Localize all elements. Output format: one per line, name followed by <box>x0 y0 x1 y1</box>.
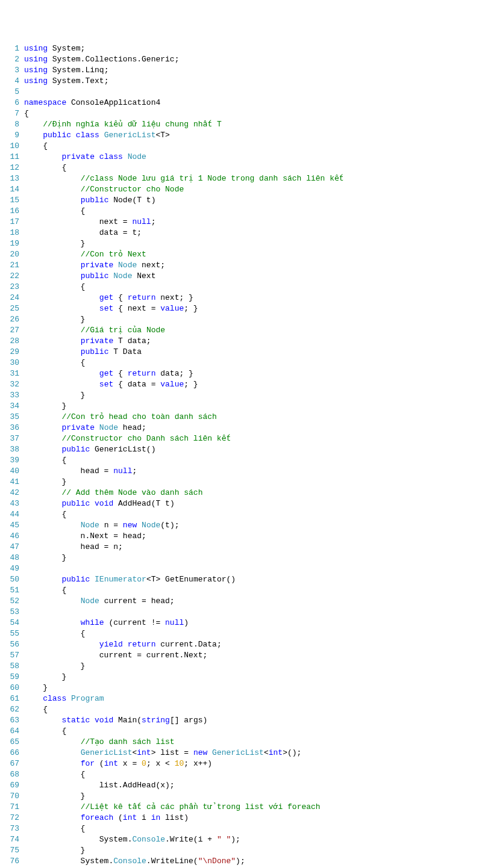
line-number: 41 <box>0 477 19 488</box>
line-number: 25 <box>0 303 19 314</box>
code-token: Node <box>113 271 132 281</box>
line-number: 22 <box>0 271 19 282</box>
line-number: 5 <box>0 87 19 98</box>
code-token <box>24 250 81 259</box>
code-token: //class Node lưu giá trị 1 Node trong da… <box>81 174 344 183</box>
code-token: n = <box>99 521 123 530</box>
line-number: 53 <box>0 607 19 618</box>
code-token <box>24 445 61 454</box>
code-token: n.Next = head; <box>24 532 146 541</box>
code-token: value <box>160 380 184 389</box>
code-token: public <box>81 196 109 205</box>
code-line: data = t; <box>24 228 482 238</box>
code-token: current = head; <box>99 597 175 606</box>
code-line: public T Data <box>24 347 482 358</box>
code-line: //Liệt kê tất cả các phần tử trong list … <box>24 802 482 813</box>
code-token: int <box>137 748 151 757</box>
code-token: foreach <box>81 813 114 822</box>
code-line: list.AddHead(x); <box>24 780 482 791</box>
code-token: { <box>113 293 127 302</box>
code-line: next = null; <box>24 217 482 228</box>
code-token: ( <box>95 759 104 768</box>
line-number: 45 <box>0 520 19 531</box>
code-line: public IEnumerator<T> GetEnumerator() <box>24 574 482 585</box>
code-token: class <box>43 694 66 703</box>
code-token: //Constructor cho Node <box>81 185 184 194</box>
code-token: >(); <box>283 748 301 757</box>
line-number: 39 <box>0 455 19 466</box>
line-number: 10 <box>0 141 19 152</box>
line-number: 36 <box>0 423 19 433</box>
code-token: public <box>81 347 109 356</box>
line-number: 6 <box>0 98 19 108</box>
line-number: 31 <box>0 368 19 379</box>
code-token: static <box>61 716 90 725</box>
code-editor: 1234567891011121314151617181920212223242… <box>0 43 482 868</box>
line-number: 8 <box>0 119 19 130</box>
code-token: .Write(i + <box>165 835 217 844</box>
line-number: 44 <box>0 509 19 520</box>
code-line: { <box>24 509 482 520</box>
code-token <box>24 271 81 281</box>
line-number: 55 <box>0 628 19 639</box>
code-line: using System.Text; <box>24 76 482 87</box>
code-token: void <box>95 716 113 725</box>
code-token: yield <box>99 640 123 649</box>
code-token <box>24 185 81 194</box>
code-line: n.Next = head; <box>24 531 482 542</box>
code-token <box>24 434 61 443</box>
code-token <box>24 737 81 746</box>
code-token: null <box>165 618 184 627</box>
line-number: 46 <box>0 531 19 542</box>
code-token: 0 <box>142 759 146 768</box>
code-line: //Con trỏ head cho toàn danh sách <box>24 412 482 423</box>
code-token <box>24 412 61 421</box>
code-line <box>24 87 482 98</box>
code-token <box>24 521 81 530</box>
code-token: ); <box>231 835 240 844</box>
code-token: //Con trỏ Next <box>81 250 146 259</box>
code-token: "\nDone" <box>198 857 236 866</box>
code-line: { <box>24 282 482 293</box>
line-number: 27 <box>0 325 19 336</box>
code-token: } <box>24 662 85 671</box>
line-number: 70 <box>0 791 19 802</box>
code-token: Next <box>132 271 155 281</box>
code-line: //Giá trị của Node <box>24 325 482 336</box>
code-token: { <box>24 163 66 172</box>
code-token: { <box>24 727 66 736</box>
code-token: get <box>99 293 113 302</box>
code-token: int <box>104 759 118 768</box>
code-token: { <box>113 369 127 378</box>
code-token: x = <box>118 759 142 768</box>
code-token: Node <box>81 597 99 606</box>
code-line: get { return data; } <box>24 368 482 379</box>
code-token: AddHead(T t) <box>113 499 174 508</box>
code-token <box>24 380 99 389</box>
code-token: Console <box>113 857 146 866</box>
code-token: set <box>99 304 113 313</box>
code-token: ; } <box>184 304 198 313</box>
line-number: 51 <box>0 585 19 596</box>
line-number: 21 <box>0 260 19 271</box>
code-token: private <box>61 152 95 161</box>
code-token <box>90 575 95 584</box>
code-line: foreach (int i in list) <box>24 813 482 823</box>
line-number: 72 <box>0 813 19 823</box>
code-token: in <box>151 813 161 822</box>
code-token: } <box>24 239 85 248</box>
line-number: 24 <box>0 293 19 303</box>
line-number: 38 <box>0 444 19 455</box>
code-token: return <box>128 293 156 302</box>
code-token: } <box>24 391 85 400</box>
code-token: GenericList() <box>90 445 155 454</box>
line-number: 23 <box>0 282 19 293</box>
code-line: { <box>24 163 482 173</box>
code-token <box>137 521 142 530</box>
code-token: private <box>81 336 114 346</box>
code-line: public Node Next <box>24 271 482 282</box>
line-number: 60 <box>0 683 19 693</box>
code-token <box>24 423 61 432</box>
code-token: public <box>43 131 71 140</box>
code-line: } <box>24 845 482 856</box>
